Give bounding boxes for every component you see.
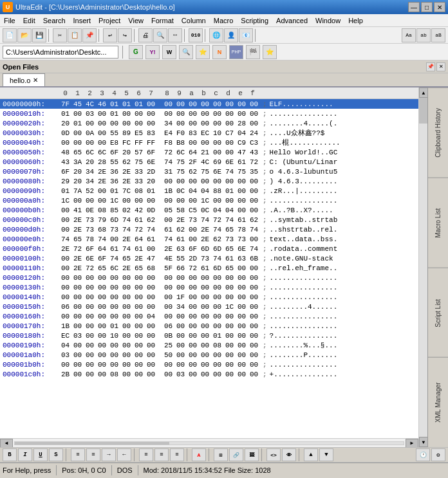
- hex-byte[interactable]: 00: [236, 371, 248, 378]
- hex-byte[interactable]: 00: [108, 235, 120, 243]
- hex-byte[interactable]: 00: [211, 197, 223, 205]
- hex-byte[interactable]: 00: [120, 313, 133, 320]
- hex-byte[interactable]: 41: [71, 207, 84, 214]
- hex-byte[interactable]: 52: [84, 187, 96, 195]
- hex-byte[interactable]: 74: [248, 245, 260, 253]
- scroll-thumb[interactable]: [15, 442, 169, 445]
- hex-byte[interactable]: 00: [120, 371, 133, 378]
- hex-byte[interactable]: 00: [248, 293, 260, 301]
- hex-byte[interactable]: 08: [96, 207, 108, 214]
- hex-byte[interactable]: 00: [133, 303, 145, 311]
- hex-byte[interactable]: 6D: [199, 245, 211, 253]
- hex-byte[interactable]: 00: [211, 303, 223, 311]
- hex-byte[interactable]: 61: [199, 264, 211, 272]
- hex-byte[interactable]: 55: [108, 129, 120, 137]
- up-btn[interactable]: ▲: [304, 448, 318, 461]
- hex-byte[interactable]: 00: [236, 361, 248, 369]
- paste-button[interactable]: 📌: [82, 28, 97, 42]
- hex-row[interactable]: 000000b0h:00410E088502420D0558C50C040400…: [0, 205, 418, 215]
- hex-byte[interactable]: 00: [145, 100, 157, 108]
- hex-byte[interactable]: 2D: [145, 168, 157, 176]
- align-left[interactable]: ≡: [139, 448, 153, 461]
- table-btn[interactable]: ⊞: [214, 448, 228, 461]
- hex-byte[interactable]: 00: [59, 274, 71, 282]
- hex-byte[interactable]: 00: [223, 313, 236, 320]
- hex-byte[interactable]: 47: [236, 149, 248, 156]
- hex-byte[interactable]: 00: [187, 274, 199, 282]
- ol-button[interactable]: ≡: [86, 448, 100, 461]
- hex-byte[interactable]: 00: [120, 293, 133, 301]
- hex-byte[interactable]: 64: [133, 235, 145, 243]
- hex-byte[interactable]: 01: [108, 187, 120, 195]
- hex-byte[interactable]: 6E: [236, 245, 248, 253]
- hex-byte[interactable]: 83: [145, 129, 157, 137]
- hex-scroll-area[interactable]: 00000000h:7F454C460101010000000000000000…: [0, 99, 418, 438]
- hex-byte[interactable]: 00: [71, 322, 84, 330]
- save-button[interactable]: 💾: [32, 28, 46, 42]
- hex-byte[interactable]: 00: [71, 129, 84, 137]
- hex-byte[interactable]: 00: [174, 313, 187, 320]
- hex-byte[interactable]: 00: [145, 371, 157, 378]
- hex-byte[interactable]: 65: [133, 264, 145, 272]
- hex-row[interactable]: 000000c0h:002E73796D746162002E7374727461…: [0, 215, 418, 225]
- wiki-button[interactable]: W: [162, 45, 176, 59]
- horizontal-scrollbar[interactable]: ◀ ▶: [0, 438, 418, 447]
- hex-byte[interactable]: 00: [187, 303, 199, 311]
- hex-byte[interactable]: 75: [174, 168, 187, 176]
- hex-byte[interactable]: 00: [162, 303, 174, 311]
- hex-byte[interactable]: 01: [145, 187, 157, 195]
- hex-byte[interactable]: 20: [71, 178, 84, 185]
- hex-byte[interactable]: 34: [84, 178, 96, 185]
- hex-byte[interactable]: 04: [59, 342, 71, 349]
- hex-row[interactable]: 00000140h:0000000000000000001F0000000000…: [0, 292, 418, 302]
- hex-byte[interactable]: FF: [133, 139, 145, 147]
- hex-byte[interactable]: 73: [84, 226, 96, 234]
- hex-byte[interactable]: 00: [236, 351, 248, 359]
- hex-row[interactable]: 00000050h:48656C6C6F20576F726C6421000047…: [0, 147, 418, 157]
- hex-byte[interactable]: 00: [96, 371, 108, 378]
- close-button[interactable]: ✕: [434, 2, 445, 12]
- hex-byte[interactable]: 00: [248, 187, 260, 195]
- hex-byte[interactable]: 00: [71, 139, 84, 147]
- hex-byte[interactable]: 01: [223, 187, 236, 195]
- hex-byte[interactable]: 00: [211, 149, 223, 156]
- php-btn[interactable]: PHP: [229, 45, 243, 59]
- hex-byte[interactable]: 29: [59, 178, 71, 185]
- hex-row[interactable]: 00000180h:EC030000100000000B000000010000…: [0, 331, 418, 340]
- hex-byte[interactable]: 00: [223, 371, 236, 378]
- hex-byte[interactable]: 62: [145, 216, 157, 224]
- hex-byte[interactable]: 00: [236, 187, 248, 195]
- hex-byte[interactable]: 03: [59, 351, 71, 359]
- hex-byte[interactable]: 74: [108, 255, 120, 262]
- hex-byte[interactable]: 2E: [199, 235, 211, 243]
- go-button[interactable]: G: [129, 45, 143, 59]
- hex-byte[interactable]: 00: [133, 197, 145, 205]
- panel-pin-button[interactable]: 📌: [426, 62, 435, 71]
- hex-byte[interactable]: 34: [174, 303, 187, 311]
- hex-byte[interactable]: 50: [162, 351, 174, 359]
- hex-byte[interactable]: 00: [145, 245, 157, 253]
- hex-byte[interactable]: F0: [174, 129, 187, 137]
- font-button[interactable]: Aa: [402, 28, 416, 42]
- strikethrough-button[interactable]: S: [49, 448, 63, 461]
- hex-byte[interactable]: 02: [120, 207, 133, 214]
- hex-row[interactable]: 00000170h:1B0000000100000006000000000000…: [0, 321, 418, 331]
- hex-byte[interactable]: 74: [120, 226, 133, 234]
- hex-byte[interactable]: 00: [199, 322, 211, 330]
- hex-byte[interactable]: 00: [211, 284, 223, 291]
- hex-byte[interactable]: 00: [223, 332, 236, 340]
- hex-byte[interactable]: 00: [71, 274, 84, 282]
- menu-macro[interactable]: Macro: [210, 14, 238, 26]
- hex-byte[interactable]: 01: [71, 120, 84, 127]
- vertical-scrollbar[interactable]: ▲ ▼: [418, 87, 427, 447]
- hex-byte[interactable]: 00: [199, 342, 211, 349]
- hex-byte[interactable]: 6F: [187, 245, 199, 253]
- hex-byte[interactable]: 36: [108, 168, 120, 176]
- hex-byte[interactable]: 64: [96, 245, 108, 253]
- hex-byte[interactable]: 00: [211, 120, 223, 127]
- hex-byte[interactable]: 00: [223, 110, 236, 118]
- hex-byte[interactable]: 00: [211, 100, 223, 108]
- hex-byte[interactable]: 00: [187, 293, 199, 301]
- hex-byte[interactable]: 5F: [162, 264, 174, 272]
- search-btn[interactable]: 🔍: [179, 45, 193, 59]
